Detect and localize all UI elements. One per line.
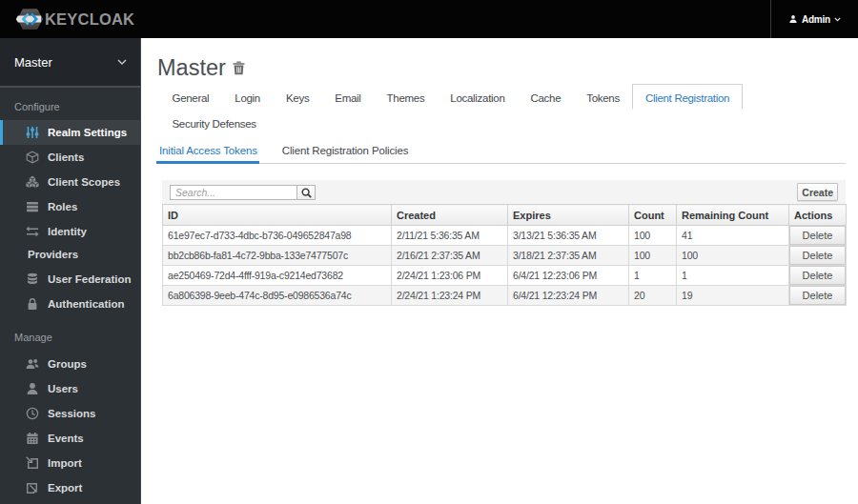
tab-label[interactable]: Client Registration <box>632 84 742 110</box>
cubes-icon <box>26 175 39 189</box>
delete-token-button[interactable]: Delete <box>789 226 846 245</box>
list-icon <box>26 200 39 213</box>
col-remaining-count: Remaining Count <box>677 205 789 226</box>
search-button[interactable] <box>296 185 316 200</box>
sidebar-link[interactable]: Sessions <box>0 401 140 426</box>
sidebar-link[interactable]: Realm Settings <box>3 120 140 145</box>
tab-label[interactable]: Email <box>322 84 374 110</box>
cell-count: 100 <box>629 246 677 266</box>
delete-token-button[interactable]: Delete <box>789 266 846 285</box>
table-row: ae250469-72d4-4fff-919a-c9214ed73682 2/2… <box>163 266 847 286</box>
sidebar-item-events[interactable]: Events <box>0 426 140 451</box>
tab-email[interactable]: Email <box>322 84 374 110</box>
delete-token-button[interactable]: Delete <box>789 246 846 265</box>
tab-localization[interactable]: Localization <box>438 84 518 110</box>
sidebar-item-export[interactable]: Export <box>0 475 140 500</box>
col-id: ID <box>163 205 392 226</box>
table-row: 61e97ec7-d733-4dbc-b736-049652847a98 2/1… <box>163 226 847 246</box>
sidebar-link[interactable]: Authentication <box>0 292 140 316</box>
tab-label[interactable]: Security Defenses <box>159 110 269 135</box>
delete-realm-button[interactable] <box>233 61 245 75</box>
subtab-initial-access-tokens[interactable]: Initial Access Tokens <box>156 139 259 163</box>
tab-label[interactable]: Tokens <box>574 84 633 110</box>
sidebar-item-import[interactable]: Import <box>0 451 140 475</box>
sidebar-link[interactable]: Identity Providers <box>0 219 140 267</box>
col-created: Created <box>392 205 508 226</box>
sidebar-link[interactable]: Export <box>0 475 140 500</box>
search-input[interactable] <box>170 185 296 200</box>
realm-selector[interactable]: Master <box>0 38 140 88</box>
col-expires: Expires <box>508 205 629 226</box>
col-actions: Actions <box>789 205 847 226</box>
sidebar-link[interactable]: Client Scopes <box>0 170 140 194</box>
sidebar-item-roles[interactable]: Roles <box>0 194 140 219</box>
sidebar-item-label: Client Scopes <box>48 176 120 188</box>
sidebar-item-sessions[interactable]: Sessions <box>0 401 140 426</box>
sidebar-item-users[interactable]: Users <box>0 376 140 401</box>
cell-created: 2/11/21 5:36:35 AM <box>392 226 508 246</box>
cell-created: 2/24/21 1:23:24 PM <box>392 286 508 306</box>
sidebar-item-user-federation[interactable]: User Federation <box>0 267 140 292</box>
sidebar-link[interactable]: Users <box>0 376 140 401</box>
search-group <box>170 185 316 200</box>
tab-label[interactable]: Localization <box>438 84 518 110</box>
tab-login[interactable]: Login <box>222 84 274 110</box>
sidebar-item-identity-providers[interactable]: Identity Providers <box>0 219 140 267</box>
chevron-down-icon <box>117 59 127 66</box>
exchange-icon <box>26 225 39 238</box>
sidebar-link[interactable]: Roles <box>0 194 140 219</box>
sidebar-item-label: Roles <box>48 201 77 212</box>
create-button[interactable]: Create <box>797 183 838 201</box>
sliders-icon <box>26 126 39 139</box>
sidebar-item-client-scopes[interactable]: Client Scopes <box>0 170 140 194</box>
manage-nav: Groups Users <box>0 352 140 500</box>
sidebar: Master Configure Realm Settings <box>0 38 141 504</box>
subtab-label[interactable]: Client Registration Policies <box>271 139 420 163</box>
cell-id: bb2cb86b-fa81-4c72-9bba-133e7477507c <box>163 246 392 266</box>
tab-cache[interactable]: Cache <box>518 84 574 110</box>
tab-keys[interactable]: Keys <box>273 84 321 110</box>
tab-label[interactable]: Keys <box>273 84 321 110</box>
user-menu[interactable]: Admin <box>770 0 858 38</box>
tab-general[interactable]: General <box>159 84 222 110</box>
people-icon <box>26 357 39 371</box>
tab-label[interactable]: Cache <box>518 84 574 110</box>
sidebar-item-clients[interactable]: Clients <box>0 145 140 170</box>
sidebar-item-groups[interactable]: Groups <box>0 352 140 376</box>
cell-expires: 3/13/21 5:36:35 AM <box>508 226 629 246</box>
sidebar-item-label: Authentication <box>48 298 125 310</box>
tab-label[interactable]: Themes <box>374 84 438 110</box>
subtab-label[interactable]: Initial Access Tokens <box>156 139 259 163</box>
tab-label[interactable]: General <box>159 84 222 110</box>
sidebar-link[interactable]: Groups <box>0 352 140 376</box>
sidebar-link[interactable]: Events <box>0 426 140 451</box>
user-icon <box>789 14 797 24</box>
delete-token-button[interactable]: Delete <box>789 286 846 305</box>
sidebar-link[interactable]: Clients <box>0 145 140 170</box>
app-layout: Master Configure Realm Settings <box>0 38 858 504</box>
sidebar-item-label: Sessions <box>48 408 96 419</box>
realm-selector-label: Master <box>14 55 52 70</box>
subtab-client-registration-policies[interactable]: Client Registration Policies <box>271 139 420 163</box>
sidebar-link[interactable]: Import <box>0 451 140 475</box>
cell-count: 100 <box>629 226 677 246</box>
sidebar-item-realm-settings[interactable]: Realm Settings <box>0 120 140 145</box>
tab-themes[interactable]: Themes <box>374 84 438 110</box>
keycloak-logo[interactable]: KEYCLOAK <box>16 8 134 30</box>
tab-label[interactable]: Login <box>222 84 274 110</box>
keycloak-hexagon-icon <box>16 8 44 30</box>
cell-remaining-count: 1 <box>677 266 789 286</box>
configure-nav: Realm Settings Clients <box>0 120 140 316</box>
tab-tokens[interactable]: Tokens <box>574 84 633 110</box>
tab-security-defenses[interactable]: Security Defenses <box>159 110 269 135</box>
sidebar-link[interactable]: User Federation <box>0 267 140 292</box>
sidebar-item-label: Clients <box>48 151 84 163</box>
initial-access-tokens-panel: Create ID Created Expires Count Remainin… <box>162 180 846 306</box>
tab-client-registration[interactable]: Client Registration <box>632 84 742 110</box>
sidebar-item-authentication[interactable]: Authentication <box>0 292 140 316</box>
cell-id: 6a806398-9eeb-474c-8d95-e0986536a74c <box>163 286 392 306</box>
trash-icon <box>233 61 245 75</box>
export-icon <box>26 481 39 494</box>
sidebar-item-label: Groups <box>48 358 87 370</box>
cell-actions: Delete <box>789 286 847 306</box>
